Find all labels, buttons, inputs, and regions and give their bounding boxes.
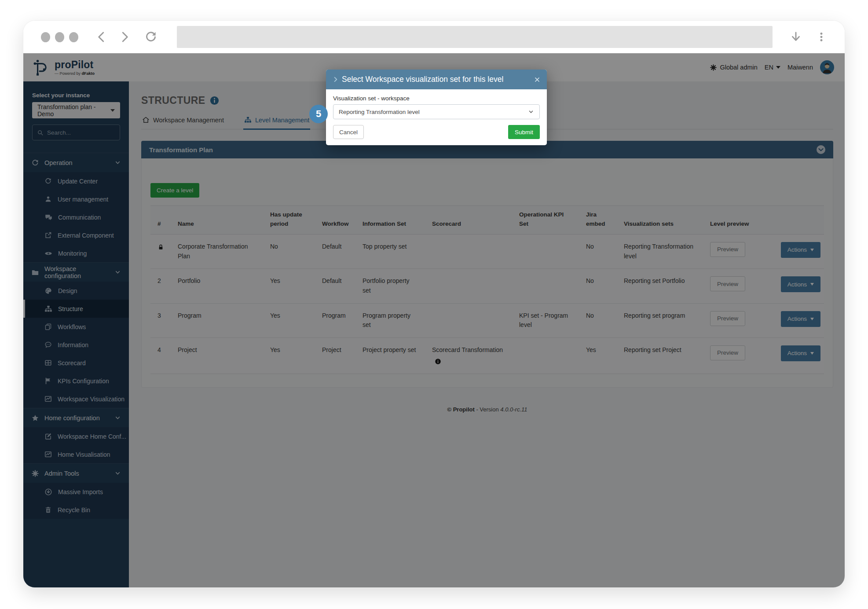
kebab-menu-icon[interactable] (816, 31, 827, 43)
url-bar[interactable] (177, 26, 773, 48)
visualization-set-modal: Select Workspace visualization set for t… (326, 70, 547, 145)
window-dot (69, 32, 78, 42)
refresh-icon[interactable] (144, 30, 157, 44)
modal-header: Select Workspace visualization set for t… (326, 70, 547, 89)
back-icon[interactable] (95, 30, 108, 44)
window-dot (41, 32, 50, 42)
forward-icon[interactable] (118, 30, 131, 44)
chevron-down-icon (528, 109, 534, 115)
visualization-set-select[interactable]: Reporting Transformation level (333, 104, 540, 119)
angle-right-icon (332, 76, 339, 83)
cancel-button[interactable]: Cancel (333, 125, 364, 139)
field-label: Visualization set - workspace (333, 95, 540, 102)
modal-title-text: Select Workspace visualization set for t… (342, 75, 503, 84)
download-icon[interactable] (789, 30, 802, 44)
select-value: Reporting Transformation level (339, 109, 420, 115)
window-dot (55, 32, 64, 42)
browser-chrome (23, 21, 845, 53)
submit-button[interactable]: Submit (508, 125, 540, 139)
traffic-light-dots (41, 32, 78, 42)
close-icon[interactable] (534, 76, 541, 83)
modal-title: Select Workspace visualization set for t… (332, 75, 534, 84)
step-5-badge: 5 (309, 105, 328, 123)
